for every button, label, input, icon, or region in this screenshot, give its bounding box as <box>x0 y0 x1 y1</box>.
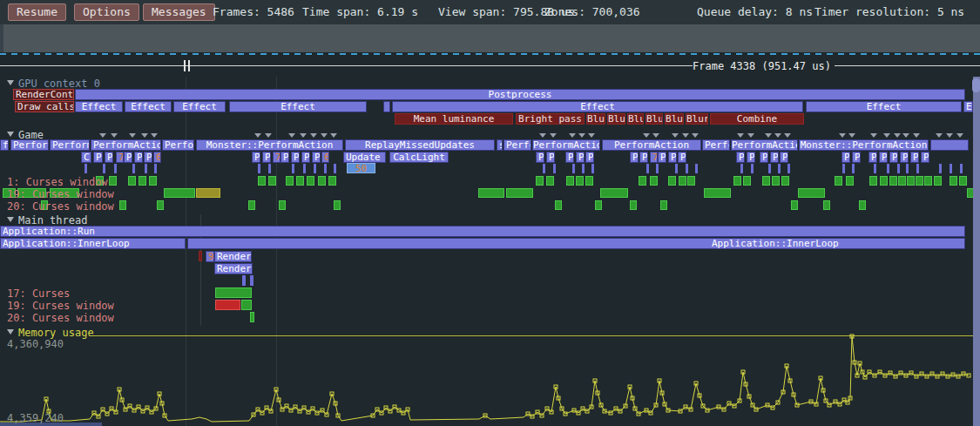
frame-boundary-tick[interactable] <box>188 60 190 71</box>
zone-tick[interactable] <box>751 164 754 173</box>
zone-bar[interactable] <box>668 176 676 186</box>
zone-bar[interactable]: P <box>889 152 898 163</box>
zone-bar[interactable]: PerformActic <box>731 139 798 151</box>
frame-boundary-tick[interactable] <box>184 60 186 71</box>
zone-bar[interactable]: Monster::PerformAction <box>799 139 929 151</box>
collapsed-zone-triangle-icon[interactable] <box>111 133 118 138</box>
collapsed-zone-triangle-icon[interactable] <box>588 133 595 138</box>
collapsed-zone-triangle-icon[interactable] <box>643 133 650 138</box>
zone-bar[interactable]: P <box>105 152 113 163</box>
zone-tick[interactable] <box>145 164 147 173</box>
zone-bar[interactable]: ReplayMissedUpdates <box>345 139 495 151</box>
zone-bar[interactable]: Effect <box>229 101 367 112</box>
zone-bar[interactable] <box>600 188 628 198</box>
zone-tick[interactable] <box>258 164 260 173</box>
frames-overview-strip[interactable] <box>0 24 980 52</box>
collapsed-zone-triangle-icon[interactable] <box>784 133 791 138</box>
zone-bar[interactable]: Application::Run <box>0 226 965 237</box>
collapsed-zone-triangle-icon[interactable] <box>254 133 261 138</box>
zone-bar[interactable] <box>149 176 157 186</box>
lock-label-1[interactable]: 1: Curses window <box>7 176 108 188</box>
zone-bar[interactable] <box>898 176 906 186</box>
zone-tick[interactable] <box>939 164 942 173</box>
zone-bar[interactable] <box>334 200 341 210</box>
collapsed-zone-triangle-icon[interactable] <box>141 133 148 138</box>
zone-bar[interactable]: P <box>134 152 143 163</box>
collapsed-zone-triangle-icon[interactable] <box>310 133 317 138</box>
zone-bar[interactable]: 7 <box>273 152 280 163</box>
zone-bar[interactable]: P <box>280 152 289 163</box>
zone-bar[interactable] <box>930 139 969 151</box>
zone-bar[interactable]: P <box>852 152 861 163</box>
zone-bar[interactable] <box>555 200 562 210</box>
collapsed-zone-triangle-icon[interactable] <box>956 133 963 138</box>
zone-tick[interactable] <box>852 164 855 173</box>
zone-bar[interactable]: Application::InnerLoop <box>0 238 186 249</box>
zone-bar[interactable]: Blur <box>586 113 605 125</box>
zone-tick[interactable] <box>897 164 900 173</box>
zone-bar[interactable] <box>268 176 276 186</box>
zone-bar[interactable]: Perfc <box>504 139 531 151</box>
collapsed-zone-triangle-icon[interactable] <box>883 133 890 138</box>
collapsed-zone-triangle-icon[interactable] <box>151 133 158 138</box>
collapsed-zone-triangle-icon[interactable] <box>300 133 307 138</box>
vertical-scrollbar[interactable] <box>973 77 980 426</box>
zone-bar[interactable]: Render <box>214 251 252 262</box>
zone-bar[interactable] <box>576 176 584 186</box>
vertical-scrollbar-thumb[interactable] <box>972 78 980 92</box>
zone-bar[interactable]: PerformActio <box>532 139 600 151</box>
zone-bar[interactable] <box>733 176 741 186</box>
zone-bar[interactable] <box>328 176 336 186</box>
zone-tick[interactable] <box>324 164 327 173</box>
zone-bar[interactable] <box>916 176 923 186</box>
zone-tick[interactable] <box>874 164 876 173</box>
zone-bar[interactable]: Combine <box>710 113 804 125</box>
zone-tick[interactable] <box>84 164 87 173</box>
zone-tick[interactable] <box>778 164 781 173</box>
zone-bar[interactable] <box>248 200 255 210</box>
zone-tick[interactable] <box>646 164 649 173</box>
zone-bar[interactable]: RenderConte <box>13 89 74 100</box>
zone-tick[interactable] <box>842 164 845 173</box>
collapsed-zone-triangle-icon[interactable] <box>870 133 877 138</box>
zone-bar[interactable] <box>639 176 646 186</box>
zone-bar[interactable]: P <box>900 152 909 163</box>
zone-bar[interactable]: C( <box>81 152 91 163</box>
zone-bar[interactable]: PerformAction <box>602 139 701 151</box>
zone-bar[interactable]: Application::InnerLoop <box>187 238 965 249</box>
zone-bar[interactable] <box>241 300 252 310</box>
zone-bar[interactable] <box>318 176 326 186</box>
zone-bar[interactable]: Effect <box>75 101 123 112</box>
collapsed-zone-triangle-icon[interactable] <box>692 133 699 138</box>
zone-bar[interactable] <box>585 176 593 186</box>
zone-tick[interactable] <box>572 164 575 173</box>
zone-tick[interactable] <box>960 164 963 173</box>
zone-bar[interactable] <box>506 188 533 198</box>
collapsed-zone-triangle-icon[interactable] <box>539 133 546 138</box>
zone-bar[interactable]: P <box>760 152 768 163</box>
zone-bar[interactable]: Perfc <box>702 139 730 151</box>
zone-bar[interactable]: P <box>262 152 271 163</box>
zone-bar[interactable] <box>242 275 246 286</box>
zone-bar[interactable]: Effect <box>125 101 172 112</box>
zone-bar[interactable]: P <box>780 152 788 163</box>
zone-bar[interactable]: PerformActior <box>91 139 161 151</box>
zone-tick[interactable] <box>314 164 316 173</box>
section-header-gpu[interactable]: GPU context 0 <box>7 78 100 90</box>
zone-tick[interactable] <box>916 164 919 173</box>
zone-bar[interactable]: Perfoi <box>162 139 194 151</box>
zone-tick[interactable] <box>114 164 117 173</box>
zone-bar[interactable]: P <box>124 152 132 163</box>
zone-bar[interactable] <box>889 176 897 186</box>
zone-tick[interactable] <box>582 164 585 173</box>
zone-bar[interactable]: P <box>770 152 779 163</box>
collapsed-zone-triangle-icon[interactable] <box>265 133 272 138</box>
options-button[interactable]: Options <box>74 3 139 21</box>
zone-bar[interactable]: P <box>658 152 666 163</box>
zone-bar[interactable] <box>128 176 136 186</box>
zone-bar[interactable] <box>823 200 830 210</box>
collapsed-zone-triangle-icon[interactable] <box>672 133 679 138</box>
zone-tick[interactable] <box>543 164 545 173</box>
zone-bar[interactable]: P <box>736 152 745 163</box>
zone-bar[interactable] <box>907 176 915 186</box>
